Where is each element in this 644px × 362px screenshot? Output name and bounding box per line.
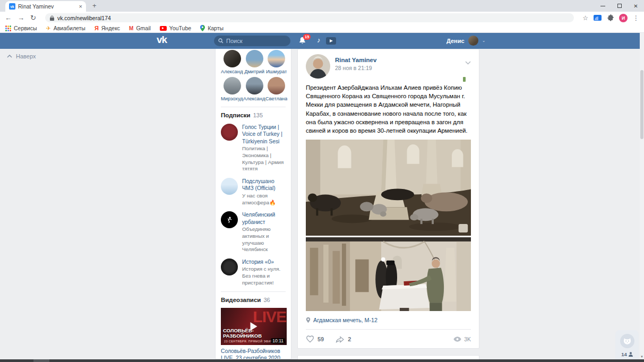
video-icon[interactable] — [326, 37, 336, 45]
video-duration: 10:11 — [271, 338, 285, 343]
bookmark-label: Яндекс — [101, 25, 120, 31]
subscription-desc: Объединяю активных и улучшаю Челябинск — [242, 226, 286, 253]
friend-avatar — [224, 50, 241, 67]
search-input[interactable]: Поиск — [214, 36, 290, 46]
friend-avatar — [246, 77, 263, 94]
post-actions: 59 2 3K — [306, 330, 471, 348]
page-scrollbar[interactable]: ▼ — [640, 33, 644, 359]
friend-item[interactable]: Александр — [243, 77, 265, 101]
tab-strip: vk Rinat Yaminev × + ✕ — [0, 0, 644, 12]
notifications-bell-icon[interactable]: 15 — [299, 37, 306, 46]
chrome-menu-kebab-icon[interactable]: ⋮ — [633, 15, 639, 21]
post-menu-chevron-icon[interactable] — [465, 57, 471, 67]
address-bar[interactable]: vk.com/newliberal174 — [45, 13, 574, 22]
bookmark-gmail[interactable]: M Gmail — [129, 25, 151, 31]
bookmark-services[interactable]: Сервисы — [5, 25, 37, 31]
post-location-label: Агдамская мечеть, М-12 — [313, 317, 377, 323]
share-arrow-icon — [336, 335, 345, 343]
bookmark-youtube[interactable]: YouTube — [160, 25, 191, 31]
friend-item[interactable]: Ишмурат — [265, 50, 287, 74]
media-router-icon — [594, 15, 602, 21]
user-name: Денис — [446, 38, 465, 44]
tab-title: Rinat Yaminev — [18, 3, 76, 10]
bookmark-aviabilety[interactable]: ✈ Авиабилеты — [46, 25, 85, 32]
apps-grid-icon — [5, 25, 11, 31]
minimize-button[interactable] — [595, 0, 611, 12]
bookmark-star-icon[interactable]: ☆ — [582, 15, 588, 21]
chrome-profile-avatar[interactable]: И — [619, 14, 628, 22]
gmail-icon: M — [129, 25, 133, 31]
friend-avatar — [268, 50, 285, 67]
subscription-item[interactable]: История «0»История с нуля. Без гнева и п… — [221, 258, 286, 287]
friend-name: Дмитрий — [244, 69, 264, 74]
dog-icon — [623, 338, 632, 345]
like-button[interactable]: 59 — [306, 335, 324, 343]
online-count-number: 14 — [621, 351, 627, 357]
post-location-link[interactable]: Агдамская мечеть, М-12 — [306, 317, 471, 323]
extensions-puzzle-icon[interactable] — [607, 14, 614, 21]
notifications-badge: 15 — [303, 34, 311, 40]
forward-icon[interactable]: → — [18, 14, 24, 21]
subscription-avatar — [221, 124, 238, 141]
online-friends-widget[interactable]: 14 — [615, 330, 639, 362]
post-photo-mosque-animals[interactable] — [306, 140, 471, 236]
post-photo-president-signing[interactable] — [306, 237, 471, 311]
views-counter: 3K — [453, 336, 471, 342]
maps-pin-icon — [200, 25, 205, 31]
user-menu[interactable]: Денис ⌄ — [446, 36, 485, 46]
taskbar-active-app — [33, 359, 49, 362]
share-button[interactable]: 2 — [336, 335, 351, 343]
subscription-item[interactable]: Челябинский урбанистОбъединяю активных и… — [221, 211, 286, 253]
new-tab-button[interactable]: + — [92, 2, 97, 10]
subscription-item[interactable]: Голос Турции | Voice of Turkey | Türkiye… — [221, 124, 286, 173]
post-author-avatar[interactable] — [306, 54, 330, 79]
maximize-button[interactable] — [611, 0, 628, 12]
friends-grid: Александр Дмитрий Ишмурат Мирзохуд... Ал… — [221, 49, 286, 107]
post-text: Президент Азербайджана Ильхам Алиев прив… — [306, 83, 471, 135]
friend-item[interactable]: Дмитрий — [243, 50, 265, 74]
bookmark-maps[interactable]: Карты — [200, 25, 224, 31]
browser-tab[interactable]: vk Rinat Yaminev × — [5, 1, 86, 12]
taskbar-edge — [0, 359, 644, 362]
back-icon[interactable]: ← — [5, 14, 12, 21]
person-icon — [629, 352, 633, 357]
play-icon — [251, 322, 257, 331]
video-thumbnail[interactable]: LIVE СОЛОВЬЁВ-РАЗБОЙНИКОВ 23 СЕНТЯБРЯ. П… — [221, 308, 287, 345]
video-title-link[interactable]: Соловьёв-Разбойников LIVE. 23 сентября 2… — [221, 348, 286, 359]
scrollbar-down-arrow[interactable]: ▼ — [640, 355, 643, 358]
bookmark-label: Gmail — [136, 25, 150, 31]
subscription-item[interactable]: Подслушано ЧМЗ (Official)У нас своя атмо… — [221, 178, 286, 206]
friend-avatar — [224, 77, 241, 94]
runner-icon — [226, 216, 233, 223]
tab-close-icon[interactable]: × — [79, 3, 82, 10]
reload-icon[interactable]: ↻ — [30, 14, 36, 21]
scrollbar-thumb[interactable] — [640, 70, 643, 139]
bookmark-yandex[interactable]: Я Яндекс — [95, 25, 120, 31]
subscription-desc: История с нуля. Без гнева и пристрастия! — [242, 266, 286, 286]
play-glyph — [330, 39, 333, 42]
friend-name: Александр — [243, 96, 265, 101]
music-icon[interactable]: ♪ — [317, 36, 321, 44]
friend-item[interactable]: Мирзохуд... — [221, 77, 243, 101]
chrome-media-icon[interactable] — [594, 15, 602, 21]
friend-name: Ишмурат — [266, 69, 287, 74]
friend-item[interactable]: Александр — [221, 50, 243, 74]
vk-logo[interactable]: vk — [157, 34, 167, 46]
post-date[interactable]: 28 ноя в 21:19 — [335, 65, 376, 71]
puzzle-icon — [607, 14, 614, 21]
chevron-up-icon — [7, 55, 12, 58]
profile-sidebar-card: Александр Дмитрий Ишмурат Мирзохуд... Ал… — [215, 49, 291, 359]
back-to-top-link[interactable]: Наверх — [7, 53, 36, 59]
subscriptions-header[interactable]: Подписки135 — [221, 112, 286, 118]
post-photos — [306, 140, 471, 311]
search-icon — [218, 38, 224, 44]
friend-item[interactable]: Светлана — [265, 77, 287, 101]
close-button[interactable]: ✕ — [628, 0, 644, 12]
bookmark-label: Авиабилеты — [54, 25, 85, 31]
views-count: 3K — [464, 336, 471, 342]
browser-toolbar: ← → ↻ vk.com/newliberal174 ☆ И ⋮ — [0, 12, 644, 24]
videos-title: Видеозаписи — [221, 297, 261, 303]
post-author-link[interactable]: Rinat Yaminev — [335, 57, 376, 63]
subscriptions-count: 135 — [253, 112, 263, 118]
videos-header[interactable]: Видеозаписи36 — [221, 297, 286, 303]
